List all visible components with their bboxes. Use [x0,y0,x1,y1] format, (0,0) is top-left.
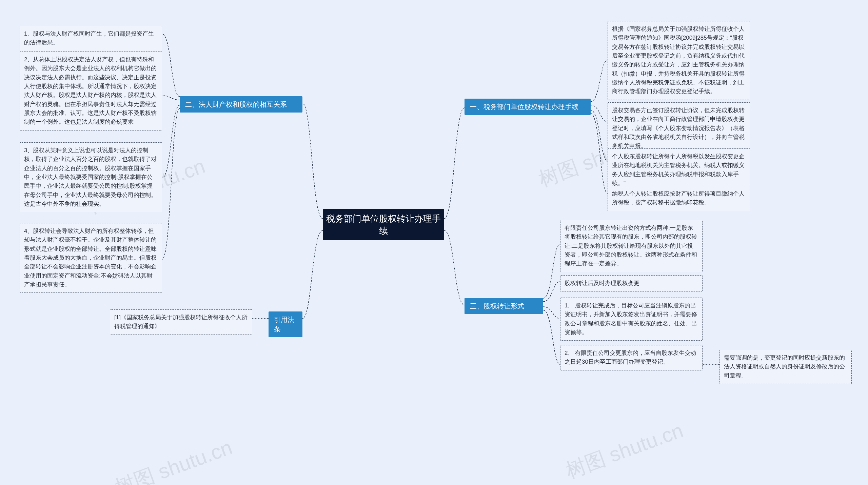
leaf-b3-4a[interactable]: 需要强调的是，变更登记的同时应提交新股东的法人资格证明或自然人的身份证明及修改后… [719,350,852,384]
leaf-b4-1[interactable]: [1]《国家税务总局关于加强股权转让所得征收个人所得税管理的通知》 [110,309,252,335]
leaf-b1-1[interactable]: 根据《国家税务总局关于加强股权转让所得征收个人所得税管理的通知》国税函[2009… [608,21,750,100]
branch-section-3[interactable]: 三、股权转让形式 [465,298,543,314]
root-node[interactable]: 税务部门单位股权转让办理手续 [323,209,444,240]
leaf-b2-3[interactable]: 3、股权从某种意义上说也可以说是对法人的控制权，取得了企业法人百分之百的股权，也… [20,142,162,212]
leaf-b1-4[interactable]: 纳税人个人转让股权应按财产转让所得项目缴纳个人所得税，按产权转移书据缴纳印花税。 [608,186,750,211]
watermark: 树图 shutu.cn [562,417,687,485]
leaf-b2-1[interactable]: 1、股权与法人财产权同时产生，它们都是投资产生的法律后果。 [20,26,162,51]
branch-cited-laws[interactable]: 引用法条 [269,311,302,337]
leaf-b2-4[interactable]: 4、股权转让会导致法人财产的所有权整体转移，但却与法人财产权毫不相干。企业及其财… [20,223,162,293]
branch-label: 一、税务部门单位股权转让办理手续 [470,102,578,112]
leaf-text: 有限责任公司股东转让出资的方式有两种:一是股东将股权转让给其它现有的股东，即公司… [565,225,697,267]
branch-label: 引用法条 [274,315,297,334]
branch-section-2[interactable]: 二、法人财产权和股权的相互关系 [180,96,302,113]
leaf-text: 2、 有限责任公司变更股东的，应当自股东发生变动之日起30日内至工商部门办理变更… [565,350,696,365]
mindmap-canvas: 树图 shutu.cn 树图 shutu.cn 树图 shutu.cn 树图 s… [0,0,868,485]
leaf-b3-2[interactable]: 股权转让后及时办理股权变更 [560,275,703,291]
leaf-text: 1、股权与法人财产权同时产生，它们都是投资产生的法律后果。 [24,31,154,46]
leaf-text: [1]《国家税务总局关于加强股权转让所得征收个人所得税管理的通知》 [114,314,248,329]
leaf-b2-2[interactable]: 2、从总体上说股权决定法人财产权，但也有特殊和例外。因为股东大会是企业法人的权利… [20,52,162,130]
watermark: 树图 shutu.cn [111,434,236,485]
leaf-text: 个人股东股权转让所得个人所得税以发生股权变更企业所在地地税机关为主管税务机关。纳… [612,153,745,186]
branch-label: 三、股权转让形式 [470,301,524,311]
leaf-b3-1[interactable]: 有限责任公司股东转让出资的方式有两种:一是股东将股权转让给其它现有的股东，即公司… [560,220,703,272]
root-label: 税务部门单位股权转让办理手续 [323,213,444,237]
leaf-text: 股权转让后及时办理股权变更 [565,280,639,286]
leaf-text: 1、 股权转让完成后，目标公司应当注销原股东的出资证明书，并新加入股东签发出资证… [565,302,697,336]
leaf-text: 3、股权从某种意义上说也可以说是对法人的控制权，取得了企业法人百分之百的股权，也… [24,147,157,207]
leaf-text: 股权交易各方已签订股权转让协议，但未完成股权转让交易的，企业在向工商行政管理部门… [612,107,745,149]
leaf-text: 4、股权转让会导致法人财产的所有权整体转移，但却与法人财产权毫不相干。企业及其财… [24,228,157,288]
leaf-b1-2[interactable]: 股权交易各方已签订股权转让协议，但未完成股权转让交易的，企业在向工商行政管理部门… [608,102,750,155]
leaf-b3-4[interactable]: 2、 有限责任公司变更股东的，应当自股东发生变动之日起30日内至工商部门办理变更… [560,345,703,370]
leaf-text: 纳税人个人转让股权应按财产转让所得项目缴纳个人所得税，按产权转移书据缴纳印花税。 [612,190,745,206]
leaf-text: 根据《国家税务总局关于加强股权转让所得征收个人所得税管理的通知》国税函[2009… [612,26,745,95]
leaf-b3-3[interactable]: 1、 股权转让完成后，目标公司应当注销原股东的出资证明书，并新加入股东签发出资证… [560,298,703,341]
leaf-text: 2、从总体上说股权决定法人财产权，但也有特殊和例外。因为股东大会是企业法人的权利… [24,56,157,125]
leaf-b1-3[interactable]: 个人股东股权转让所得个人所得税以发生股权变更企业所在地地税机关为主管税务机关。纳… [608,148,750,191]
leaf-text: 需要强调的是，变更登记的同时应提交新股东的法人资格证明或自然人的身份证明及修改后… [724,355,845,379]
branch-section-1[interactable]: 一、税务部门单位股权转让办理手续 [465,99,591,115]
branch-label: 二、法人财产权和股权的相互关系 [185,100,287,109]
